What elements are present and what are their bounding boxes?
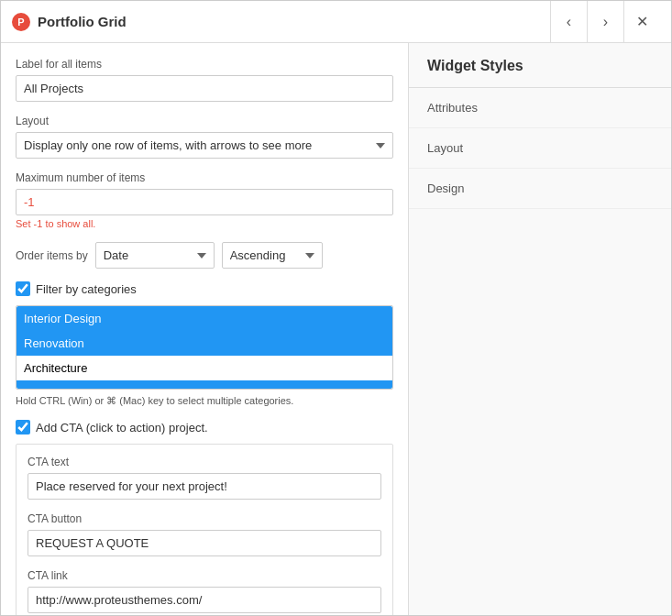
layout-field-label: Layout: [16, 115, 393, 127]
max-items-field-group: Maximum number of items Set -1 to show a…: [16, 171, 393, 229]
right-panel: Widget Styles Attributes Layout Design: [409, 43, 671, 615]
order-items-row: Order items by Date Title ID Menu Order …: [16, 242, 393, 269]
categories-list-container: Interior Design Renovation Architecture …: [16, 305, 393, 390]
add-cta-label: Add CTA (click to action) project.: [36, 421, 208, 434]
cta-button-label: CTA button: [28, 512, 381, 525]
close-button[interactable]: ✕: [623, 1, 660, 43]
widget-styles-title: Widget Styles: [409, 43, 671, 88]
cta-link-label: CTA link: [28, 569, 381, 582]
max-items-hint: Set -1 to show all.: [16, 218, 393, 229]
back-button[interactable]: ‹: [550, 1, 587, 43]
forward-button[interactable]: ›: [587, 1, 623, 43]
cta-link-input[interactable]: [28, 587, 381, 613]
filter-categories-row: Filter by categories: [16, 281, 393, 296]
add-cta-row: Add CTA (click to action) project.: [16, 420, 393, 434]
cta-text-group: CTA text: [28, 456, 381, 500]
max-items-input[interactable]: [16, 189, 393, 215]
right-menu: Attributes Layout Design: [409, 88, 671, 209]
left-panel: Label for all items Layout Display only …: [1, 43, 409, 615]
menu-item-attributes[interactable]: Attributes: [409, 88, 671, 128]
label-field-label: Label for all items: [16, 58, 393, 71]
max-items-label: Maximum number of items: [16, 171, 393, 184]
main-window: P Portfolio Grid ‹ › ✕ Label for all ite…: [0, 0, 672, 616]
title-bar-left: P Portfolio Grid: [12, 13, 127, 31]
order-items-label: Order items by: [16, 249, 88, 262]
cta-button-group: CTA button: [28, 512, 381, 556]
label-field-group: Label for all items: [16, 58, 393, 102]
menu-item-design[interactable]: Design: [409, 169, 671, 209]
layout-field-group: Layout Display only one row of items, wi…: [16, 115, 393, 159]
cta-link-group: CTA link: [28, 569, 381, 613]
content-area: Label for all items Layout Display only …: [1, 43, 671, 615]
order-direction-select[interactable]: Ascending Descending: [222, 242, 323, 269]
filter-categories-label: Filter by categories: [36, 282, 137, 296]
order-date-select[interactable]: Date Title ID Menu Order Random: [95, 242, 215, 269]
filter-categories-checkbox[interactable]: [16, 281, 30, 296]
cta-text-input[interactable]: [28, 473, 381, 500]
cta-button-input[interactable]: [28, 530, 381, 556]
window-title: Portfolio Grid: [38, 14, 127, 29]
cta-text-label: CTA text: [28, 456, 381, 468]
menu-item-layout[interactable]: Layout: [409, 128, 671, 169]
label-input[interactable]: [16, 75, 393, 102]
title-bar-right: ‹ › ✕: [550, 1, 660, 43]
cta-fields: CTA text CTA button CTA link: [16, 444, 393, 615]
app-icon: P: [12, 13, 30, 31]
layout-select[interactable]: Display only one row of items, with arro…: [16, 132, 393, 159]
add-cta-checkbox[interactable]: [16, 420, 30, 434]
categories-multiselect[interactable]: Interior Design Renovation Architecture …: [17, 306, 392, 389]
multi-select-hint: Hold CTRL (Win) or ⌘ (Mac) key to select…: [16, 395, 393, 407]
title-bar: P Portfolio Grid ‹ › ✕: [1, 1, 671, 43]
